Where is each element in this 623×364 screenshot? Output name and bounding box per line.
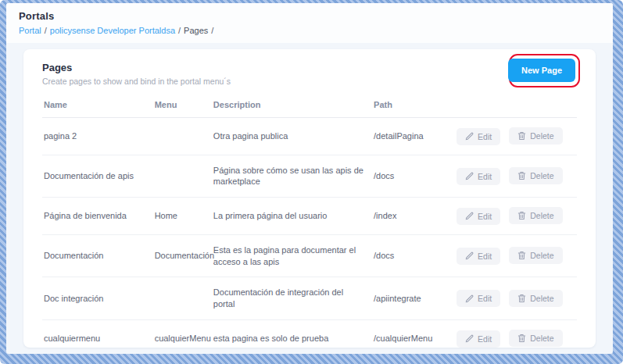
cell-path: /docs <box>374 234 457 277</box>
card-subtitle: Create pages to show and bind in the por… <box>42 77 577 86</box>
edit-button-label: Edit <box>478 212 492 221</box>
pencil-icon <box>465 212 474 220</box>
column-header-description: Description <box>213 93 374 118</box>
delete-button[interactable]: Delete <box>509 290 562 307</box>
trash-icon <box>517 294 526 303</box>
cell-path: /docs <box>374 155 457 198</box>
delete-button[interactable]: Delete <box>509 127 562 145</box>
cell-menu: cualquierMenu <box>155 320 213 354</box>
cell-actions: Edit Delete <box>457 118 577 155</box>
cell-name: Página de bienvenida <box>42 198 155 235</box>
cell-description: Otra pagina publica <box>213 118 374 155</box>
table-header-row: Name Menu Description Path <box>42 93 577 118</box>
delete-button-label: Delete <box>530 251 553 260</box>
delete-button[interactable]: Delete <box>509 207 562 224</box>
cell-menu: Documentación <box>155 234 213 277</box>
screenshot-frame: Portals Portal/policysense Developer Por… <box>0 0 623 364</box>
delete-button-label: Delete <box>530 211 553 220</box>
cell-menu: Home <box>155 198 213 235</box>
trash-icon <box>517 251 526 260</box>
breadcrumb-link-developer-portal[interactable]: policysense Developer Portaldsa <box>50 26 175 35</box>
edit-button-label: Edit <box>478 252 492 261</box>
cell-name: cualquiermenu <box>42 320 155 354</box>
pencil-icon <box>465 334 474 343</box>
cell-description: esta pagina es solo de prueba <box>213 320 374 354</box>
pages-card: Pages Create pages to show and bind in t… <box>23 49 596 348</box>
delete-button-label: Delete <box>530 131 553 141</box>
table-row: cualquiermenu cualquierMenu esta pagina … <box>42 320 577 354</box>
breadcrumb: Portal/policysense Developer Portaldsa/P… <box>19 26 600 35</box>
page-header: Portals Portal/policysense Developer Por… <box>6 3 613 43</box>
column-header-name: Name <box>42 93 155 118</box>
cell-menu <box>155 277 213 320</box>
trash-icon <box>517 171 526 180</box>
pages-table: Name Menu Description Path pagina 2 Otra… <box>42 93 577 354</box>
cell-description: Documentación de integración del portal <box>213 277 374 320</box>
cell-name: pagina 2 <box>42 118 155 155</box>
trash-icon <box>517 334 526 343</box>
cell-path: /cualquierMenu <box>374 320 457 354</box>
edit-button[interactable]: Edit <box>457 208 500 225</box>
cell-description: Esta es la pagina para documentar el acc… <box>213 234 374 277</box>
cell-actions: Edit Delete <box>457 320 577 354</box>
new-page-button[interactable]: New Page <box>508 59 575 82</box>
cell-path: /index <box>374 198 457 235</box>
column-header-menu: Menu <box>155 93 213 118</box>
column-header-actions <box>457 93 577 118</box>
pencil-icon <box>465 252 474 260</box>
cell-description: La primera página del usuario <box>213 198 374 235</box>
cell-name: Documentación de apis <box>42 155 155 198</box>
breadcrumb-separator: / <box>45 26 47 35</box>
edit-button-label: Edit <box>478 294 492 303</box>
cell-menu <box>155 118 213 155</box>
cell-actions: Edit Delete <box>457 155 577 198</box>
edit-button[interactable]: Edit <box>457 330 500 348</box>
card-header: Pages Create pages to show and bind in t… <box>42 49 577 93</box>
delete-button-label: Delete <box>530 294 553 303</box>
cell-name: Doc integración <box>42 277 155 320</box>
cell-actions: Edit Delete <box>457 234 577 277</box>
cell-path: /detailPagina <box>374 118 457 155</box>
pencil-icon <box>465 172 474 180</box>
cell-menu <box>155 155 213 198</box>
breadcrumb-current-pages: Pages <box>184 26 208 35</box>
breadcrumb-separator: / <box>211 26 213 35</box>
edit-button-label: Edit <box>478 334 492 344</box>
pencil-icon <box>465 132 474 141</box>
edit-button-label: Edit <box>478 132 492 141</box>
delete-button[interactable]: Delete <box>509 330 562 347</box>
cell-actions: Edit Delete <box>457 198 577 235</box>
table-row: Documentación de apis Página sobre cómo … <box>42 155 577 198</box>
cell-name: Documentación <box>42 234 155 277</box>
portal-admin-page: Portals Portal/policysense Developer Por… <box>6 3 613 354</box>
table-row: pagina 2 Otra pagina publica /detailPagi… <box>42 118 577 155</box>
trash-icon <box>517 131 526 141</box>
cell-path: /apiintegrate <box>374 277 457 320</box>
content-area: Pages Create pages to show and bind in t… <box>6 43 613 354</box>
delete-button[interactable]: Delete <box>509 167 562 184</box>
delete-button-label: Delete <box>530 171 553 180</box>
page-title: Portals <box>19 10 600 22</box>
trash-icon <box>517 211 526 220</box>
edit-button[interactable]: Edit <box>457 248 500 265</box>
table-row: Doc integración Documentación de integra… <box>42 277 577 320</box>
edit-button-label: Edit <box>478 172 492 181</box>
table-row: Documentación Documentación Esta es la p… <box>42 234 577 277</box>
card-title: Pages <box>42 62 577 73</box>
column-header-path: Path <box>374 93 457 118</box>
cell-description: Página sobre cómo se usan las apis de ma… <box>213 155 374 198</box>
edit-button[interactable]: Edit <box>457 290 500 307</box>
pencil-icon <box>465 294 474 303</box>
cell-actions: Edit Delete <box>457 277 577 320</box>
breadcrumb-link-portal[interactable]: Portal <box>19 26 41 35</box>
breadcrumb-separator: / <box>178 26 181 35</box>
edit-button[interactable]: Edit <box>457 168 500 185</box>
delete-button-label: Delete <box>530 334 553 343</box>
table-body: pagina 2 Otra pagina publica /detailPagi… <box>42 118 577 355</box>
table-row: Página de bienvenida Home La primera pág… <box>42 198 577 235</box>
delete-button[interactable]: Delete <box>509 247 562 264</box>
edit-button[interactable]: Edit <box>457 128 500 145</box>
